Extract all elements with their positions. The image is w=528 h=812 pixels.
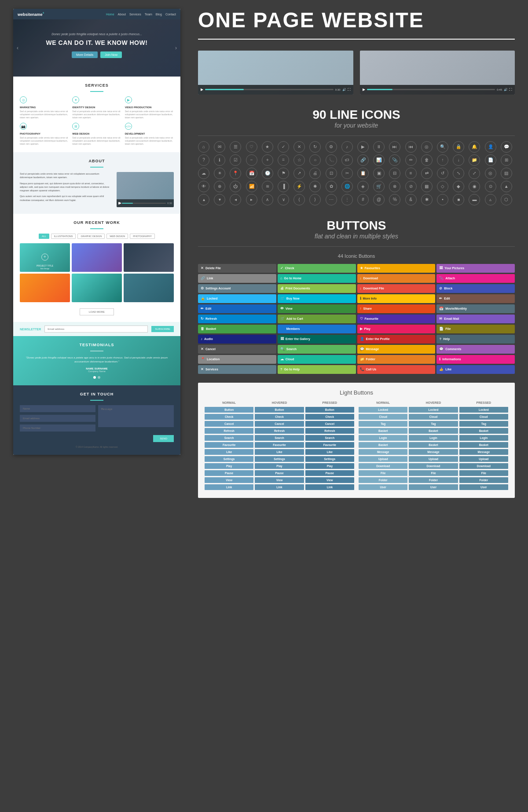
icon-pen[interactable]: ✏ [405,154,417,166]
lb-locked-normal[interactable]: Locked [359,407,407,413]
icon-expand[interactable]: ⤡ [453,168,464,179]
lb-pause-normal[interactable]: Pause [205,470,253,476]
icon-equals[interactable]: = [278,154,289,166]
video-play-2[interactable]: ▶ [363,88,365,91]
icon-target[interactable]: ◎ [485,168,496,179]
icon-print[interactable]: 🖨 [309,168,321,179]
icon-signal[interactable]: 📶 [246,181,257,192]
icon-calendar[interactable]: 📅 [246,168,257,179]
nav-contact[interactable]: Contact [165,13,176,16]
lb-message-hovered[interactable]: Message [409,449,458,455]
icon-arrow-down[interactable]: ▾ [214,194,225,205]
lb-locked-hovered[interactable]: Locked [409,407,458,413]
icon-download[interactable]: ↓ [453,154,464,166]
lb-settings-pressed[interactable]: Settings [305,456,354,462]
icon-card[interactable]: ▦ [421,181,433,192]
icon-question[interactable]: ? [198,154,209,166]
lb-like-hovered[interactable]: Like [255,449,304,455]
lb-view-hovered[interactable]: View [255,477,304,483]
lb-check-pressed[interactable]: Check [305,414,354,420]
lb-cancel-hovered[interactable]: Cancel [255,421,304,427]
icon-square[interactable]: ■ [453,194,464,205]
icon-money[interactable]: ◇ [437,181,448,192]
icon-leaf[interactable]: ✿ [326,181,337,192]
lb-upload-hovered[interactable]: Upload [409,456,458,462]
lb-check-hovered[interactable]: Check [255,414,304,420]
icon-file[interactable]: 📄 [485,154,496,166]
nav-team[interactable]: Team [145,13,152,16]
lb-check-normal[interactable]: Check [205,414,253,420]
icon-bar[interactable]: ▤ [501,168,512,179]
iconic-btn-location[interactable]: 📍Location [198,355,276,364]
icon-plus[interactable]: + [262,154,273,166]
fullscreen-icon-2[interactable]: ⛶ [509,88,512,91]
video-play-icon[interactable]: ▶ [118,201,121,205]
lb-basket-hovered[interactable]: Basket [409,428,458,434]
icon-crown[interactable]: ▲ [501,181,512,192]
lb-cloud-hovered[interactable]: Cloud [409,414,458,420]
lb-settings-hovered[interactable]: Settings [255,456,304,462]
lb-download-hovered[interactable]: Download [409,463,458,469]
icon-trophy[interactable]: ◉ [469,181,480,192]
iconic-btn-block[interactable]: ⊘Block [436,284,515,293]
lb-refresh-normal[interactable]: Refresh [205,428,253,434]
testimonial-dot-2[interactable] [98,376,100,379]
lb-settings-normal[interactable]: Settings [205,456,253,462]
work-item-4[interactable] [20,274,70,302]
lb-play-pressed[interactable]: Play [305,463,354,469]
hero-prev-arrow[interactable]: ‹ [17,45,18,51]
icon-wifi[interactable]: ≋ [262,181,273,192]
contact-message-input[interactable] [98,405,174,427]
icon-rect[interactable]: ▬ [469,194,480,205]
lb-basket2-pressed[interactable]: Basket [459,442,508,448]
icon-checkmark2[interactable]: ☑ [230,154,241,166]
lb-login-normal[interactable]: Login [359,435,407,441]
contact-send-btn[interactable]: SEND [153,435,174,442]
iconic-btn-info[interactable]: ℹInformations [436,355,515,364]
newsletter-email-input[interactable] [44,326,148,333]
icon-chat[interactable]: 💬 [501,141,512,153]
iconic-btn-search[interactable]: 🔍Search [278,345,356,354]
lb-pause-hovered[interactable]: Pause [255,470,304,476]
hero-join-btn[interactable]: Join Now [100,51,122,58]
lb-cancel-normal[interactable]: Cancel [205,421,253,427]
icon-globe[interactable]: 🌐 [341,181,353,192]
lb-button-normal[interactable]: Button [205,407,253,413]
video-thumb-2[interactable]: ▶ 0:45 🔊 ⛶ [360,51,515,95]
icon-play[interactable]: ▶ [357,141,369,153]
iconic-btn-download1[interactable]: ↓Download [357,274,436,283]
lb-upload-normal[interactable]: Upload [359,456,407,462]
iconic-btn-moreinfo[interactable]: ℹMore Info [357,294,436,303]
lb-button-hovered[interactable]: Button [255,407,304,413]
iconic-btn-message[interactable]: 💬Message [357,345,436,354]
iconic-btn-comments[interactable]: 💬Comments [436,345,515,354]
icon-menu[interactable]: ☰ [230,141,241,153]
iconic-btn-edit2[interactable]: ✏Edit [198,304,276,313]
lb-locked-pressed[interactable]: Locked [459,407,508,413]
icon-music[interactable]: ♪ [341,141,353,153]
iconic-btn-favourites[interactable]: ★Favourites [357,264,436,273]
filter-web[interactable]: WEB DESIGN [106,234,128,239]
icon-folder[interactable]: 📁 [469,154,480,166]
icon-chevron-down[interactable]: ∨ [278,194,289,205]
work-item-5[interactable] [72,274,122,302]
nav-services[interactable]: Services [129,13,141,16]
iconic-btn-refresh[interactable]: ↻Refresh [198,315,276,323]
testimonial-dot-1[interactable] [93,376,96,379]
fullscreen-icon-1[interactable]: ⛶ [348,88,351,91]
iconic-btn-profile[interactable]: 👤Enter the Profile [357,335,436,344]
lb-favourite-normal[interactable]: Favourite [205,442,253,448]
icon-close[interactable]: ✕ [293,141,305,153]
iconic-btn-locked[interactable]: 🔒Locked [198,294,276,303]
icon-flag[interactable]: ⚑ [278,168,289,179]
icon-collapse[interactable]: ⤢ [469,168,480,179]
iconic-btn-folder[interactable]: 📁Folder [357,355,436,364]
icon-mail[interactable]: ✉ [214,141,225,153]
lb-folder-normal[interactable]: Folder [359,477,407,483]
iconic-btn-edit1[interactable]: ✏Edit [436,294,515,303]
lb-cloud-normal[interactable]: Cloud [359,414,407,420]
icon-asterisk[interactable]: ✱ [421,194,433,205]
icon-wallet[interactable]: ⊘ [405,181,417,192]
icon-hex[interactable]: ⬡ [501,194,512,205]
icon-chevron-up[interactable]: ∧ [262,194,273,205]
